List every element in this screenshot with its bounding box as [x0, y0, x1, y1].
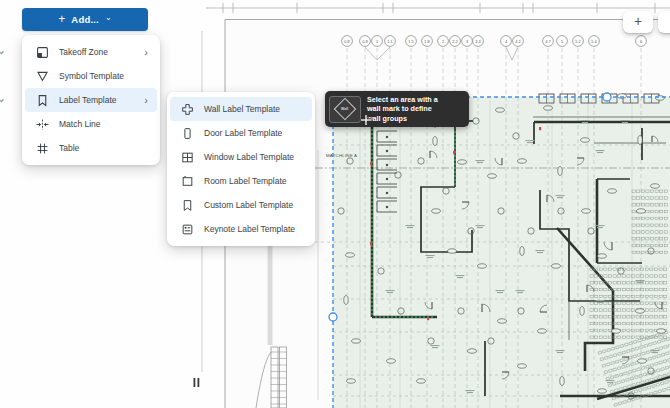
takeoff-zone-icon [36, 46, 49, 59]
svg-text:1.8: 1.8 [424, 39, 429, 44]
submenu-item-custom-label-template[interactable]: Custom Label Template [170, 193, 312, 217]
table-icon [36, 142, 49, 155]
submenu-item-label: Room Label Template [204, 176, 287, 186]
menu-item-label: Match Line [59, 119, 101, 129]
symbol-template-icon [36, 70, 49, 83]
add-dropdown-menu: Takeoff Zone › Symbol Template Label Tem… [22, 35, 160, 165]
wall-tool-tooltip: Wall Select an area with a wall mark to … [325, 91, 469, 127]
submenu-arrow-icon: › [144, 94, 148, 106]
recenter-icon: + [634, 13, 642, 29]
wall-label-icon [181, 103, 194, 116]
submenu-item-window-label-template[interactable]: Window Label Template [170, 145, 312, 169]
room-label-icon [181, 175, 194, 188]
menu-item-label: Table [59, 143, 79, 153]
menu-item-match-line[interactable]: Match Line [25, 112, 157, 136]
wall-mark-icon: Wall [329, 96, 361, 123]
submenu-item-label: Door Label Template [204, 128, 282, 138]
viewport-secondary-button[interactable] [658, 11, 670, 33]
cursor-crosshair-icon [360, 114, 372, 126]
svg-text:2: 2 [442, 39, 444, 44]
svg-text:2.2: 2.2 [452, 39, 457, 44]
submenu-item-wall-label-template[interactable]: Wall Label Template [170, 97, 312, 121]
submenu-item-label: Wall Label Template [204, 104, 280, 114]
menu-item-label: Symbol Template [59, 71, 124, 81]
svg-text:5: 5 [561, 39, 563, 44]
svg-text:5.4: 5.4 [591, 39, 597, 44]
wall-mark-icon-label: Wall [341, 107, 348, 111]
selection-handle-top[interactable] [603, 93, 611, 101]
menu-item-table[interactable]: Table [25, 136, 157, 160]
tooltip-text: Select an area with a wall mark to defin… [367, 95, 438, 123]
svg-text:6: 6 [640, 39, 642, 44]
svg-text:5.2: 5.2 [575, 39, 580, 44]
svg-text:3.3: 3.3 [475, 39, 480, 44]
match-line-icon [36, 118, 49, 131]
menu-item-symbol-template[interactable]: Symbol Template [25, 64, 157, 88]
add-button-label: Add... [71, 14, 99, 25]
svg-text:1: 1 [376, 39, 378, 44]
menu-item-label-template[interactable]: Label Template › [25, 88, 157, 112]
svg-text:3: 3 [466, 39, 468, 44]
submenu-item-label: Custom Label Template [204, 200, 293, 210]
add-button[interactable]: + Add... ⌄ [22, 8, 148, 31]
svg-text:0.8: 0.8 [344, 39, 349, 44]
menu-item-label: Takeoff Zone [59, 47, 108, 57]
label-template-icon [36, 94, 49, 107]
submenu-item-label: Window Label Template [204, 152, 294, 162]
label-template-submenu: Wall Label Template Door Label Template … [167, 92, 315, 246]
svg-text:1.1: 1.1 [387, 39, 392, 44]
selection-handle-left[interactable] [329, 313, 337, 321]
recenter-view-button[interactable]: + [623, 11, 653, 33]
keynote-label-icon [181, 223, 194, 236]
menu-item-takeoff-zone[interactable]: Takeoff Zone › [25, 40, 157, 64]
door-label-icon [181, 127, 194, 140]
takeoff-zone-tint [333, 97, 670, 408]
custom-label-icon [181, 199, 194, 212]
submenu-item-label: Keynote Label Template [204, 224, 295, 234]
chevron-down-icon: ⌄ [105, 14, 112, 22]
menu-item-label: Label Template [59, 95, 117, 105]
plus-icon: + [58, 13, 65, 25]
svg-text:0.9: 0.9 [362, 39, 367, 44]
svg-text:4.2: 4.2 [515, 39, 520, 44]
svg-text:4.7: 4.7 [545, 39, 550, 44]
submenu-arrow-icon: › [144, 46, 148, 58]
submenu-item-room-label-template[interactable]: Room Label Template [170, 169, 312, 193]
submenu-item-door-label-template[interactable]: Door Label Template [170, 121, 312, 145]
submenu-item-keynote-label-template[interactable]: Keynote Label Template [170, 217, 312, 241]
svg-text:1.5: 1.5 [408, 39, 413, 44]
window-label-icon [181, 151, 194, 164]
